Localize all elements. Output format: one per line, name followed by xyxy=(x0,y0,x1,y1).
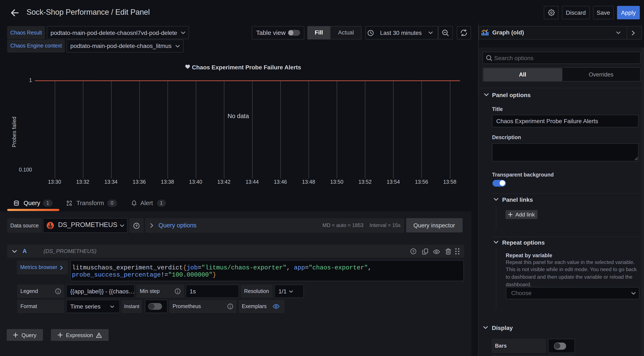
svg-text:?: ? xyxy=(135,224,138,228)
svg-text:?: ? xyxy=(412,249,414,253)
